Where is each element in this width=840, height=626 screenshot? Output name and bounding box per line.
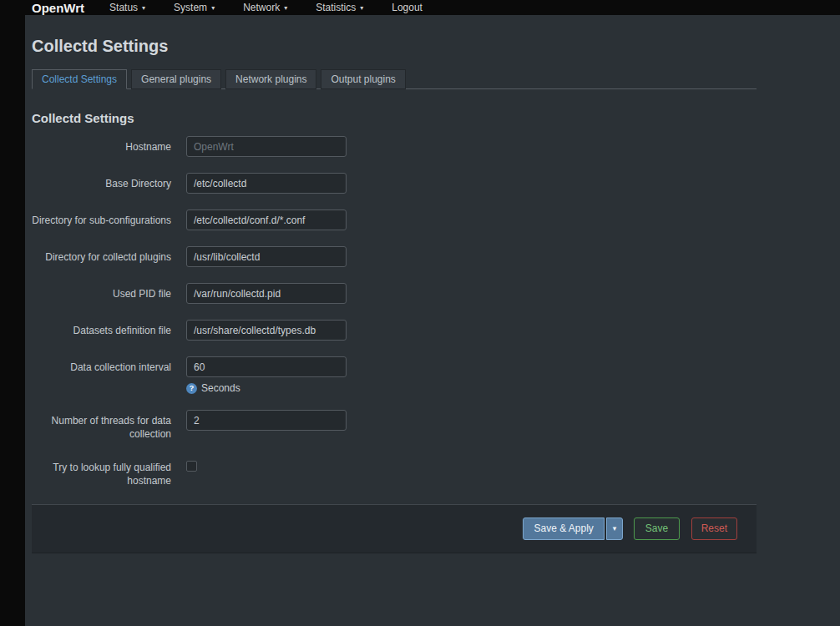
field-label: Used PID file (32, 283, 171, 304)
field-label: Hostname (32, 136, 171, 157)
openwrt-logo[interactable]: OpenWrt (32, 1, 84, 15)
tab-collectd-settings[interactable]: Collectd Settings (32, 69, 127, 89)
main-nav: Status ▾ System ▾ Network ▾ Statistics ▾… (109, 2, 423, 13)
field-description: ? Seconds (186, 382, 347, 394)
top-navbar: OpenWrt Status ▾ System ▾ Network ▾ Stat… (0, 0, 840, 15)
form-row-hostname: Hostname (32, 136, 757, 157)
field-label: Directory for sub-configurations (32, 210, 171, 230)
nav-item-system[interactable]: System ▾ (174, 2, 215, 13)
field-desc-text: Seconds (201, 382, 240, 394)
form-row-types-db: Datasets definition file (32, 320, 757, 341)
nav-label: System (174, 2, 207, 13)
section-title: Collectd Settings (32, 111, 757, 125)
save-button[interactable]: Save (634, 517, 680, 540)
form-row-pid-file: Used PID file (32, 283, 757, 304)
nav-label: Status (109, 2, 138, 13)
nav-item-statistics[interactable]: Statistics ▾ (316, 2, 363, 13)
reset-button[interactable]: Reset (691, 517, 737, 540)
tab-bar: Collectd Settings General plugins Networ… (32, 69, 757, 89)
page-body: Collectd Settings Collectd Settings Gene… (25, 15, 840, 626)
chevron-down-icon: ▾ (284, 4, 287, 12)
page-actions: Save & Apply ▾ Save Reset (32, 504, 757, 553)
base-directory-input[interactable] (186, 173, 347, 194)
nav-label: Network (243, 2, 280, 13)
field-label: Data collection interval (32, 356, 171, 394)
fqdn-lookup-checkbox[interactable] (186, 461, 197, 472)
save-apply-dropdown-button[interactable]: ▾ (606, 517, 624, 540)
field-label: Base Directory (32, 173, 171, 194)
nav-label: Logout (392, 2, 423, 13)
plugin-directory-input[interactable] (186, 246, 347, 267)
nav-item-status[interactable]: Status ▾ (109, 2, 145, 13)
form-row-interval: Data collection interval ? Seconds (32, 356, 757, 394)
form-row-base-directory: Base Directory (32, 173, 757, 194)
chevron-down-icon: ▾ (142, 4, 145, 12)
form-row-plugin-directory: Directory for collectd plugins (32, 246, 757, 267)
save-apply-button-group: Save & Apply ▾ (523, 517, 623, 540)
nav-item-logout[interactable]: Logout (392, 2, 423, 13)
chevron-down-icon: ▾ (360, 4, 363, 12)
types-db-input[interactable] (186, 320, 347, 341)
form-row-threads: Number of threads for data collection (32, 410, 757, 441)
field-label: Datasets definition file (32, 320, 171, 341)
pid-file-input[interactable] (186, 283, 347, 304)
nav-label: Statistics (316, 2, 356, 13)
save-apply-button[interactable]: Save & Apply (523, 517, 604, 540)
field-label: Number of threads for data collection (32, 410, 171, 441)
subconfig-directory-input[interactable] (186, 210, 347, 230)
form-row-fqdn-lookup: Try to lookup fully qualified hostname (32, 457, 757, 487)
chevron-down-icon: ▾ (211, 4, 215, 12)
page-title: Collectd Settings (32, 15, 757, 56)
form-row-subconfig-directory: Directory for sub-configurations (32, 210, 757, 230)
nav-item-network[interactable]: Network ▾ (243, 2, 287, 13)
interval-input[interactable] (186, 356, 347, 377)
tab-general-plugins[interactable]: General plugins (131, 69, 221, 89)
hostname-input[interactable] (186, 136, 347, 157)
field-label: Try to lookup fully qualified hostname (32, 457, 171, 487)
help-icon: ? (186, 383, 197, 394)
collectd-settings-form: Hostname Base Directory Directory for su… (32, 136, 757, 487)
field-label: Directory for collectd plugins (32, 246, 171, 267)
tab-network-plugins[interactable]: Network plugins (225, 69, 316, 89)
tab-output-plugins[interactable]: Output plugins (321, 69, 405, 89)
threads-input[interactable] (186, 410, 347, 431)
